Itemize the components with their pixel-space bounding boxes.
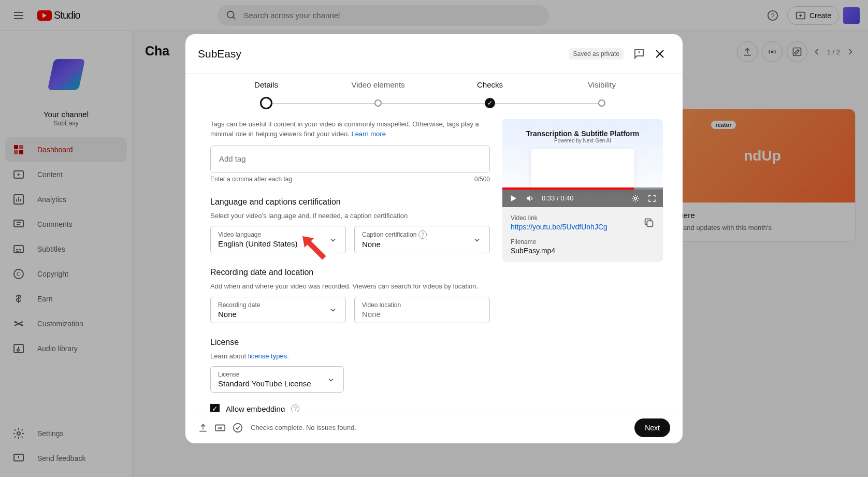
footer-status: Checks complete. No issues found. — [251, 424, 356, 431]
close-button[interactable] — [649, 44, 670, 64]
chevron-down-icon — [326, 374, 336, 385]
allow-embedding-row[interactable]: ✓ Allow embedding ? — [210, 404, 490, 412]
embed-checkbox[interactable]: ✓ — [210, 404, 220, 412]
copy-icon[interactable] — [643, 217, 655, 228]
svg-point-26 — [234, 423, 242, 432]
dialog-header: SubEasy Saved as private — [185, 34, 683, 74]
filename-label: Filename — [511, 238, 655, 245]
language-hint: Select your video's language and, if nee… — [210, 211, 490, 221]
chat-alert-icon — [633, 48, 645, 60]
step-details[interactable]: Details — [210, 80, 322, 111]
save-status-badge: Saved as private — [569, 48, 624, 60]
tags-input-container[interactable] — [210, 146, 490, 172]
video-thumbnail[interactable]: Transcription & Subtitle Platform Powere… — [502, 119, 663, 207]
recording-hint: Add when and where your video was record… — [210, 281, 490, 292]
language-section-title: Language and captions certification — [210, 197, 490, 207]
feedback-icon-button[interactable] — [629, 44, 649, 64]
settings-icon[interactable] — [631, 194, 640, 203]
license-section-title: License — [210, 338, 490, 347]
video-link[interactable]: https://youtu.be/5UvdfUnhJCg — [511, 223, 607, 231]
chevron-down-icon — [472, 235, 482, 245]
checks-complete-icon — [232, 422, 243, 433]
dialog-footer: 4K Checks complete. No issues found. Nex… — [185, 412, 683, 443]
volume-icon[interactable] — [525, 194, 534, 203]
svg-text:4K: 4K — [218, 425, 223, 430]
tags-count: 0/500 — [474, 176, 490, 183]
tags-hint: Tags can be useful if content in your vi… — [210, 119, 490, 139]
recording-section-title: Recording date and location — [210, 268, 490, 277]
dialog-body: Tags can be useful if content in your vi… — [185, 111, 683, 412]
video-time: 0:33 / 0:40 — [542, 194, 573, 202]
video-preview-card: Transcription & Subtitle Platform Powere… — [502, 119, 663, 262]
upload-status-icon — [198, 423, 208, 433]
recording-date-dropdown[interactable]: Recording date None — [210, 297, 346, 323]
help-icon[interactable]: ? — [291, 404, 299, 412]
modal-overlay: SubEasy Saved as private Details Video e… — [0, 0, 868, 477]
caption-cert-dropdown[interactable]: Caption certification ? None — [354, 226, 490, 253]
chevron-down-icon — [328, 235, 338, 245]
dialog-title: SubEasy — [198, 48, 569, 60]
step-video-elements[interactable]: Video elements — [322, 80, 434, 111]
license-dropdown[interactable]: License Standard YouTube License — [210, 366, 344, 393]
close-icon — [654, 48, 666, 60]
step-checks[interactable]: Checks ✓ — [434, 80, 546, 111]
step-visibility[interactable]: Visibility — [546, 80, 658, 111]
tags-help: Enter a comma after each tag — [210, 176, 292, 183]
license-hint: Learn about license types. — [210, 351, 490, 362]
hd-processing-icon: 4K — [214, 422, 226, 433]
filename-value: SubEasy.mp4 — [511, 247, 655, 255]
video-link-label: Video link — [511, 214, 607, 222]
fullscreen-icon[interactable] — [647, 194, 657, 203]
embed-label: Allow embedding — [226, 404, 285, 412]
upload-dialog: SubEasy Saved as private Details Video e… — [185, 34, 683, 443]
play-icon[interactable] — [509, 194, 518, 203]
svg-point-22 — [634, 197, 637, 199]
tags-learn-more-link[interactable]: Learn more — [351, 130, 385, 138]
help-icon[interactable]: ? — [418, 230, 427, 239]
stepper: Details Video elements Checks ✓ Visibili… — [185, 74, 683, 111]
next-button[interactable]: Next — [634, 418, 670, 437]
chevron-down-icon — [328, 305, 338, 315]
tags-input[interactable] — [219, 154, 481, 163]
license-types-link[interactable]: license types — [248, 352, 287, 360]
svg-rect-23 — [647, 221, 653, 226]
video-location-input[interactable]: Video location None — [354, 297, 490, 323]
video-language-dropdown[interactable]: Video language English (United States) — [210, 226, 346, 253]
